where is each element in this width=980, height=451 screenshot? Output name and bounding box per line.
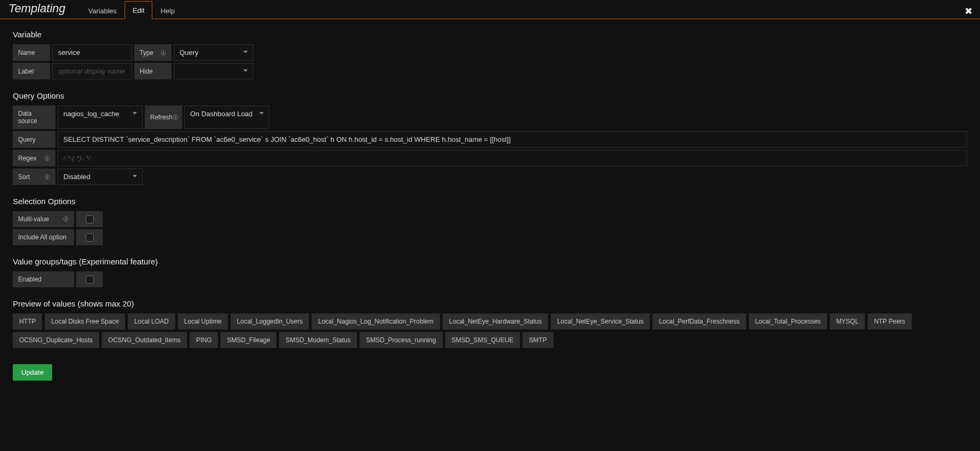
regex-input[interactable] — [58, 150, 967, 166]
preview-chip: Local_LoggedIn_Users — [231, 313, 309, 329]
row-query: Query — [13, 131, 967, 148]
preview-chip: Local Uptime — [178, 313, 228, 329]
label-type: Type 🛈 — [134, 44, 172, 61]
label-regex-text: Regex — [18, 155, 37, 162]
multivalue-checkbox-cell[interactable] — [76, 211, 103, 227]
refresh-select[interactable]: On Dashboard Load — [184, 106, 270, 129]
preview-chip: OCSNG_Outdated_Items — [102, 332, 187, 348]
label-multivalue: Multi-value 🛈 — [13, 211, 74, 227]
type-select-value: Query — [179, 49, 198, 57]
type-select[interactable]: Query — [174, 44, 254, 61]
section-valuegroups-title: Value groups/tags (Experimental feature) — [13, 257, 967, 266]
preview-chip: SMSD_SMS_QUEUE — [445, 332, 520, 348]
section-variable-title: Variable — [13, 30, 967, 39]
preview-chip: SMSD_Fileage — [220, 332, 276, 348]
query-input[interactable] — [58, 131, 967, 148]
preview-chip: SMSD_Modem_Status — [279, 332, 357, 348]
info-icon[interactable]: 🛈 — [44, 174, 50, 180]
enabled-checkbox-cell[interactable] — [76, 271, 103, 287]
preview-chip: HTTP — [13, 313, 42, 329]
preview-chip: Local LOAD — [128, 313, 175, 329]
label-refresh-text: Refresh — [150, 114, 173, 121]
preview-chip: Local_PerfData_Freschness — [652, 313, 746, 329]
row-enabled: Enabled — [13, 271, 967, 287]
datasource-value: nagios_log_cache — [63, 110, 119, 118]
tabs: Variables Edit Help — [80, 1, 183, 19]
preview-chip: Local_NetEye_Service_Status — [551, 313, 650, 329]
preview-chip: OCSNG_Duplicate_Hosts — [13, 332, 99, 348]
header: Templating Variables Edit Help ✖ — [0, 0, 980, 19]
preview-chips: HTTPLocal Disks Free SpaceLocal LOADLoca… — [13, 313, 967, 348]
hide-select[interactable] — [174, 63, 254, 79]
label-enabled: Enabled — [13, 271, 74, 287]
info-icon[interactable]: 🛈 — [173, 114, 178, 120]
label-sort: Sort 🛈 — [13, 168, 55, 185]
preview-chip: Local_Total_Processes — [749, 313, 827, 329]
row-sort: Sort 🛈 Disabled — [13, 168, 967, 185]
chevron-down-icon — [133, 112, 137, 115]
info-icon[interactable]: 🛈 — [160, 50, 166, 56]
tab-help[interactable]: Help — [152, 2, 183, 19]
preview-chip: PING — [190, 332, 218, 348]
update-button[interactable]: Update — [13, 364, 52, 381]
label-input[interactable] — [52, 63, 132, 79]
row-multivalue: Multi-value 🛈 — [13, 211, 967, 227]
row-regex: Regex 🛈 — [13, 150, 967, 166]
info-icon[interactable]: 🛈 — [44, 155, 50, 162]
chevron-down-icon — [259, 112, 264, 115]
preview-chip: Local Disks Free Space — [45, 313, 125, 329]
info-icon[interactable]: 🛈 — [63, 216, 69, 222]
sort-select[interactable]: Disabled — [58, 168, 143, 185]
close-icon[interactable]: ✖ — [965, 5, 973, 17]
section-query-title: Query Options — [13, 91, 967, 100]
label-sort-text: Sort — [18, 173, 30, 181]
preview-chip: SMSD_Process_running — [360, 332, 442, 348]
label-label: Label — [13, 63, 50, 79]
tab-edit[interactable]: Edit — [125, 1, 152, 19]
label-hide: Hide — [134, 63, 172, 79]
row-includeall: Include All option — [13, 229, 967, 245]
row-label-hide: Label Hide — [13, 63, 967, 79]
sort-value: Disabled — [63, 173, 91, 181]
label-query: Query — [13, 131, 55, 148]
enabled-checkbox[interactable] — [86, 276, 94, 284]
label-type-text: Type — [140, 49, 153, 57]
row-datasource: Data source nagios_log_cache Refresh 🛈 O… — [13, 106, 967, 129]
label-refresh: Refresh 🛈 — [145, 106, 182, 129]
chevron-down-icon — [133, 175, 137, 178]
includeall-checkbox-cell[interactable] — [76, 229, 103, 245]
section-selection-title: Selection Options — [13, 197, 967, 206]
preview-chip: SMTP — [522, 332, 553, 348]
label-includeall: Include All option — [13, 229, 74, 245]
label-name: Name — [13, 44, 50, 61]
label-multivalue-text: Multi-value — [18, 215, 49, 223]
tab-variables[interactable]: Variables — [80, 2, 125, 19]
datasource-select[interactable]: nagios_log_cache — [58, 106, 143, 129]
refresh-value: On Dashboard Load — [190, 110, 252, 118]
row-name-type: Name Type 🛈 Query — [13, 44, 967, 61]
preview-chip: NTP Peers — [868, 313, 911, 329]
multivalue-checkbox[interactable] — [86, 215, 94, 223]
label-regex: Regex 🛈 — [13, 150, 55, 166]
content: Variable Name Type 🛈 Query Label Hide Qu… — [0, 19, 980, 391]
preview-chip: Local_Nagios_Log_Notification_Problem — [312, 313, 440, 329]
preview-chip: Local_NetEye_Hardware_Status — [443, 313, 548, 329]
includeall-checkbox[interactable] — [86, 233, 94, 241]
preview-chip: MYSQL — [830, 313, 865, 329]
chevron-down-icon — [243, 69, 248, 72]
label-datasource: Data source — [13, 106, 55, 129]
name-input[interactable] — [52, 44, 132, 61]
section-preview-title: Preview of values (shows max 20) — [13, 299, 967, 308]
chevron-down-icon — [243, 51, 248, 53]
page-title: Templating — [9, 2, 66, 19]
